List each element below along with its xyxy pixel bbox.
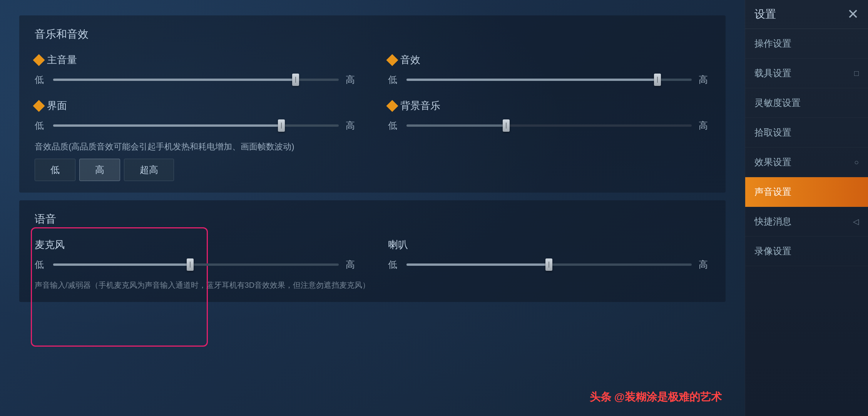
quality-ultra-button[interactable]: 超高 (124, 159, 174, 181)
sidebar-item-operation-label: 操作设置 (754, 37, 791, 50)
watermark: 头条 @装糊涂是极难的艺术 (590, 390, 722, 404)
watermark-highlight: 头条 (590, 391, 611, 403)
speaker-slider[interactable] (406, 257, 692, 272)
microphone-item: 麦克风 低 高 (35, 238, 357, 272)
watermark-text: @装糊涂是极难的艺术 (614, 391, 722, 403)
sidebar-item-sound[interactable]: 声音设置 (745, 177, 868, 207)
sidebar: 设置 ✕ 操作设置 载具设置 □ 灵敏度设置 拾取设置 效果设置 ○ 声音设置 … (745, 0, 868, 416)
sidebar-item-quickmsg-label: 快捷消息 (754, 215, 791, 228)
quality-low-button[interactable]: 低 (35, 159, 75, 181)
bg-music-slider-row: 低 高 (388, 118, 711, 133)
sound-effects-label: 音效 (388, 53, 711, 67)
sound-effects-item: 音效 低 高 (388, 53, 711, 87)
sound-effects-slider[interactable] (406, 72, 692, 87)
microphone-slider[interactable] (53, 257, 339, 272)
sidebar-item-vehicle-label: 载具设置 (754, 67, 791, 79)
voice-title: 语音 (35, 212, 710, 226)
main-volume-item: 主音量 低 高 (35, 53, 357, 87)
ui-sound-slider[interactable] (53, 118, 339, 133)
mic-high: 高 (346, 258, 357, 271)
sidebar-item-sensitivity[interactable]: 灵敏度设置 (745, 88, 868, 118)
sidebar-item-effects[interactable]: 效果设置 ○ (745, 148, 868, 177)
speaker-low: 低 (388, 258, 400, 271)
mic-low: 低 (35, 258, 46, 271)
sound-effects-high: 高 (699, 74, 710, 86)
sidebar-item-recording[interactable]: 录像设置 (745, 237, 868, 266)
microphone-label: 麦克风 (35, 238, 357, 252)
main-content: 音乐和音效 主音量 低 高 (0, 0, 745, 416)
ui-sound-item: 界面 低 高 (35, 99, 357, 133)
sidebar-title: 设置 (754, 7, 776, 22)
voice-settings-grid: 麦克风 低 高 喇叭 (35, 238, 710, 272)
ui-sound-high: 高 (346, 119, 357, 132)
bg-music-high: 高 (699, 119, 710, 132)
diamond-icon-sfx (386, 54, 398, 66)
main-volume-slider[interactable] (53, 72, 339, 87)
music-effects-section: 音乐和音效 主音量 低 高 (19, 15, 726, 193)
ui-sound-low: 低 (35, 119, 46, 132)
music-effects-title: 音乐和音效 (35, 27, 710, 42)
sidebar-item-sensitivity-label: 灵敏度设置 (754, 97, 801, 109)
quality-section: 音效品质(高品质音效可能会引起手机发热和耗电增加、画面帧数波动) 低 高 超高 (35, 141, 710, 181)
settings-grid: 主音量 低 高 音效 (35, 53, 710, 133)
sidebar-header: 设置 ✕ (745, 0, 868, 29)
sidebar-item-effects-label: 效果设置 (754, 156, 791, 168)
sidebar-item-vehicle[interactable]: 载具设置 □ (745, 59, 868, 88)
sidebar-item-recording-label: 录像设置 (754, 245, 791, 257)
speaker-label: 喇叭 (388, 238, 711, 252)
speaker-slider-row: 低 高 (388, 257, 711, 272)
sidebar-item-sound-label: 声音设置 (754, 186, 791, 198)
bg-music-label: 背景音乐 (388, 99, 711, 112)
ui-sound-slider-row: 低 高 (35, 118, 357, 133)
quality-high-button[interactable]: 高 (79, 159, 120, 181)
close-button[interactable]: ✕ (847, 7, 859, 21)
speaker-item: 喇叭 低 高 (388, 238, 711, 272)
effects-icon: ○ (854, 158, 859, 167)
vehicle-icon: □ (854, 69, 859, 78)
bg-music-item: 背景音乐 低 高 (388, 99, 711, 133)
voice-note: 声音输入/减弱器（手机麦克风为声音输入通道时，蓝牙耳机有3D音效效果，但注意勿遮… (35, 280, 710, 290)
sidebar-item-pickup[interactable]: 拾取设置 (745, 118, 868, 148)
main-volume-high: 高 (346, 74, 357, 86)
diamond-icon-main (33, 54, 45, 66)
quality-description: 音效品质(高品质音效可能会引起手机发热和耗电增加、画面帧数波动) (35, 141, 710, 153)
ui-sound-label: 界面 (35, 99, 357, 112)
main-volume-slider-row: 低 高 (35, 72, 357, 87)
sidebar-item-quickmsg[interactable]: 快捷消息 ◁ (745, 207, 868, 237)
sidebar-nav: 操作设置 载具设置 □ 灵敏度设置 拾取设置 效果设置 ○ 声音设置 快捷消息 … (745, 29, 868, 416)
speaker-high: 高 (699, 258, 710, 271)
microphone-slider-row: 低 高 (35, 257, 357, 272)
quickmsg-icon: ◁ (853, 217, 859, 226)
voice-section: 语音 麦克风 低 高 (19, 200, 726, 302)
bg-music-slider[interactable] (406, 118, 692, 133)
sidebar-item-operation[interactable]: 操作设置 (745, 29, 868, 59)
sound-effects-low: 低 (388, 74, 400, 86)
diamond-icon-ui (33, 100, 45, 112)
diamond-icon-bgm (386, 100, 398, 112)
sidebar-item-pickup-label: 拾取设置 (754, 126, 791, 139)
sound-effects-slider-row: 低 高 (388, 72, 711, 87)
quality-buttons: 低 高 超高 (35, 159, 710, 181)
main-volume-label: 主音量 (35, 53, 357, 67)
bg-music-low: 低 (388, 119, 400, 132)
main-volume-low: 低 (35, 74, 46, 86)
